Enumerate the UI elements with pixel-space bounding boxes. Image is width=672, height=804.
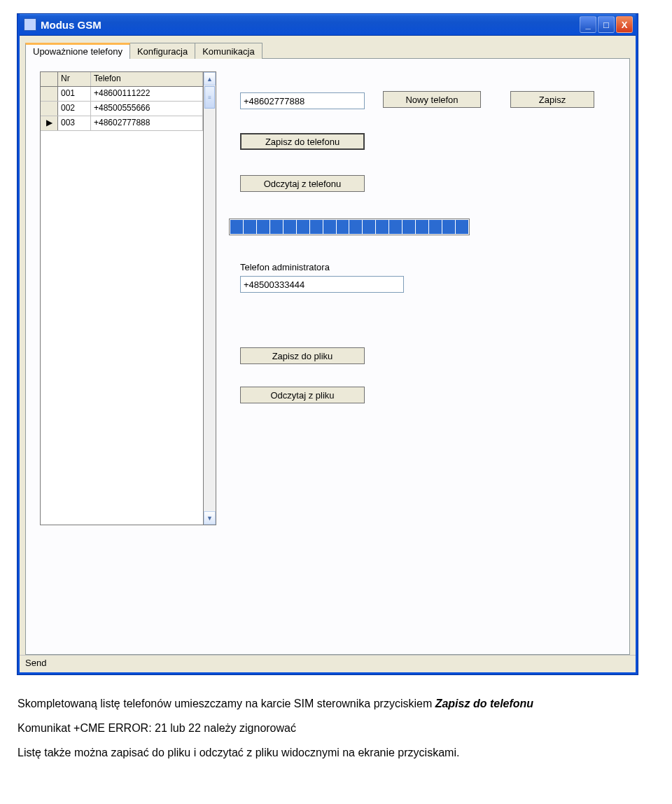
- progress-segment: [376, 220, 388, 234]
- maximize-button[interactable]: □: [598, 16, 615, 33]
- grid-header-row: Nr Telefon: [41, 72, 203, 87]
- client-area: Upoważnione telefony Konfiguracja Komuni…: [20, 36, 636, 655]
- progress-segment: [416, 220, 428, 234]
- doc-para1-pre: Skompletowaną listę telefonów umieszczam…: [18, 698, 435, 709]
- tab-configuration[interactable]: Konfiguracja: [130, 43, 195, 59]
- row-nr: 001: [58, 87, 91, 101]
- scroll-up-button[interactable]: ▲: [204, 72, 216, 85]
- table-row[interactable]: 002 +48500555666: [41, 102, 203, 116]
- minimize-icon: _: [585, 20, 590, 30]
- chevron-down-icon: ▼: [206, 515, 213, 522]
- save-button[interactable]: Zapisz: [510, 91, 594, 108]
- scroll-track[interactable]: [204, 109, 216, 511]
- progress-segment: [257, 220, 270, 234]
- new-phone-button[interactable]: Nowy telefon: [383, 91, 481, 108]
- row-tel: +48602777888: [91, 116, 203, 130]
- progress-segment: [389, 220, 402, 234]
- doc-paragraph-1: Skompletowaną listę telefonów umieszczam…: [18, 695, 654, 713]
- tab-label: Upoważnione telefony: [33, 46, 122, 57]
- tab-page: Nr Telefon 001 +48600111222 002 +4850055…: [25, 59, 630, 655]
- chevron-up-icon: ▲: [206, 76, 213, 83]
- maximize-icon: □: [603, 20, 609, 30]
- row-marker: [41, 102, 58, 116]
- row-nr: 002: [58, 102, 91, 116]
- admin-phone-input[interactable]: [240, 276, 404, 293]
- row-nr: 003: [58, 116, 91, 130]
- status-text: Send: [25, 658, 46, 668]
- row-tel: +48600111222: [91, 87, 203, 101]
- close-icon: X: [622, 20, 628, 30]
- grid-scrollbar[interactable]: ▲ ≡ ▼: [204, 71, 216, 525]
- progress-segment: [429, 220, 442, 234]
- progress-segment: [402, 220, 415, 234]
- table-row[interactable]: ▶ 003 +48602777888: [41, 116, 203, 131]
- progress-segment: [244, 220, 256, 234]
- progress-segment: [297, 220, 309, 234]
- scroll-down-button[interactable]: ▼: [204, 511, 216, 525]
- tabstrip: Upoważnione telefony Konfiguracja Komuni…: [25, 40, 630, 59]
- phone-grid-wrap: Nr Telefon 001 +48600111222 002 +4850055…: [40, 71, 216, 525]
- minimize-button[interactable]: _: [580, 16, 596, 33]
- read-from-phone-button[interactable]: Odczytaj z telefonu: [240, 175, 365, 192]
- tab-communication[interactable]: Komunikacja: [195, 43, 262, 59]
- save-to-phone-button[interactable]: Zapisz do telefonu: [240, 133, 365, 150]
- scroll-thumb[interactable]: ≡: [204, 86, 215, 109]
- titlebar[interactable]: Modus GSM _ □ X: [20, 14, 636, 36]
- window-title: Modus GSM: [41, 19, 102, 31]
- close-button[interactable]: X: [616, 16, 633, 33]
- progress-segment: [442, 220, 455, 234]
- progress-segment: [456, 220, 468, 234]
- progress-segment: [363, 220, 375, 234]
- progress-bar: [229, 219, 470, 235]
- progress-segment: [310, 220, 323, 234]
- grid-header-marker: [41, 72, 58, 86]
- grid-header-nr[interactable]: Nr: [58, 72, 91, 86]
- admin-phone-label: Telefon administratora: [240, 262, 330, 272]
- phone-input[interactable]: [240, 92, 365, 109]
- progress-segment: [349, 220, 362, 234]
- progress-segment: [284, 220, 296, 234]
- row-marker-current: ▶: [41, 116, 58, 130]
- progress-segment: [270, 220, 283, 234]
- app-icon: [24, 18, 36, 31]
- status-bar: Send: [20, 655, 636, 672]
- progress-segment: [323, 220, 336, 234]
- tab-authorized-phones[interactable]: Upoważnione telefony: [25, 43, 130, 59]
- read-from-file-button[interactable]: Odczytaj z pliku: [240, 387, 365, 403]
- progress-segment: [230, 220, 243, 234]
- doc-paragraph-3: Listę także można zapisać do pliku i odc…: [18, 744, 654, 762]
- app-window: Modus GSM _ □ X Upoważnione telefony Kon…: [18, 14, 638, 674]
- table-row[interactable]: 001 +48600111222: [41, 87, 203, 102]
- row-marker: [41, 87, 58, 101]
- tab-label: Konfiguracja: [137, 46, 188, 57]
- doc-paragraph-2: Komunikat +CME ERROR: 21 lub 22 należy z…: [18, 720, 654, 737]
- save-to-file-button[interactable]: Zapisz do pliku: [240, 347, 365, 364]
- document-text: Skompletowaną listę telefonów umieszczam…: [18, 695, 654, 761]
- tab-label: Komunikacja: [202, 46, 254, 57]
- row-tel: +48500555666: [91, 102, 203, 116]
- progress-segment: [337, 220, 349, 234]
- doc-para1-button-ref: Zapisz do telefonu: [435, 698, 533, 709]
- grid-header-tel[interactable]: Telefon: [91, 72, 203, 86]
- phone-grid[interactable]: Nr Telefon 001 +48600111222 002 +4850055…: [40, 71, 204, 525]
